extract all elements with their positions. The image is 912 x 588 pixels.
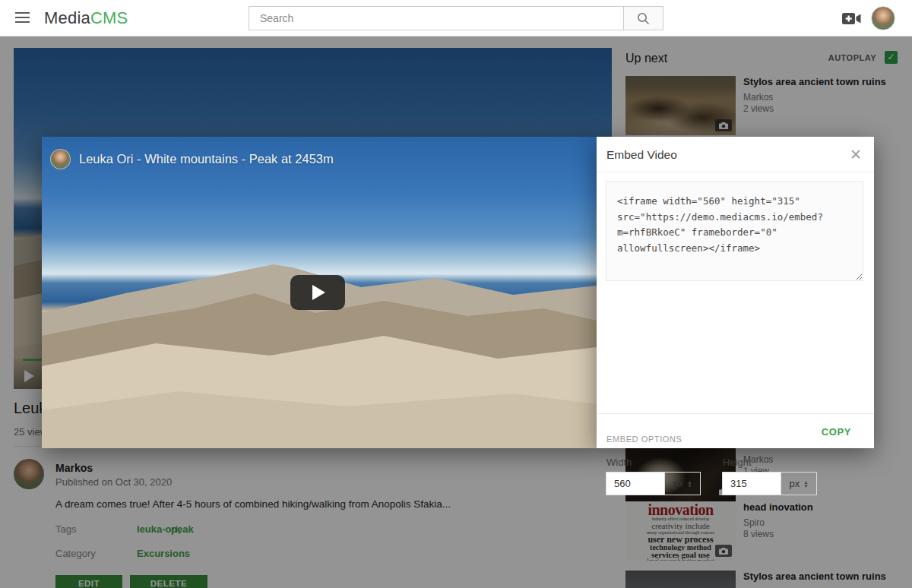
- height-unit-value: px: [789, 478, 800, 489]
- embed-video-preview[interactable]: Leuka Ori - White mountains - Peak at 24…: [42, 137, 597, 448]
- width-field-group: px ▲▼: [606, 472, 701, 495]
- embed-code-textarea[interactable]: <iframe width="560" height="315" src="ht…: [606, 181, 863, 281]
- modal-header: Embed Video ✕: [597, 137, 874, 172]
- search-button[interactable]: [623, 7, 663, 30]
- app-screen: Leuka Ori - White mountains - Peak at 24…: [0, 0, 912, 588]
- width-unit-select[interactable]: px ▲▼: [665, 472, 701, 495]
- video-camera-icon: [842, 12, 862, 25]
- big-play-button[interactable]: [290, 275, 345, 310]
- width-unit-value: px: [673, 478, 683, 489]
- logo-media: Media: [44, 8, 90, 27]
- user-avatar[interactable]: [871, 6, 895, 30]
- height-field-group: px ▲▼: [722, 472, 817, 495]
- search-bar: [249, 6, 663, 30]
- preview-title-bar: Leuka Ori - White mountains - Peak at 24…: [50, 149, 334, 169]
- play-icon: [312, 285, 325, 300]
- embed-modal: Leuka Ori - White mountains - Peak at 24…: [0, 0, 912, 588]
- copy-button[interactable]: COPY: [822, 426, 851, 438]
- width-input[interactable]: [606, 472, 665, 495]
- height-label: Height: [723, 457, 752, 468]
- upload-video-icon[interactable]: [842, 12, 862, 25]
- height-input[interactable]: [722, 472, 781, 495]
- embed-options-panel: Embed Video ✕ <iframe width="560" height…: [597, 137, 874, 448]
- spinner-icon[interactable]: ▲▼: [687, 480, 692, 488]
- top-navbar: MediaCMS: [0, 0, 912, 36]
- search-input[interactable]: [249, 7, 623, 30]
- logo-cms: CMS: [90, 8, 128, 27]
- close-icon[interactable]: ✕: [850, 146, 862, 163]
- menu-icon[interactable]: [15, 12, 30, 24]
- spinner-icon[interactable]: ▲▼: [803, 480, 808, 488]
- preview-author-avatar[interactable]: [50, 149, 71, 169]
- modal-title: Embed Video: [606, 148, 677, 162]
- search-icon: [637, 12, 650, 25]
- logo[interactable]: MediaCMS: [44, 8, 128, 28]
- modal-footer: COPY: [597, 413, 874, 448]
- preview-video-title[interactable]: Leuka Ori - White mountains - Peak at 24…: [79, 152, 334, 166]
- width-label: Width: [606, 457, 632, 468]
- height-unit-select[interactable]: px ▲▼: [781, 472, 817, 495]
